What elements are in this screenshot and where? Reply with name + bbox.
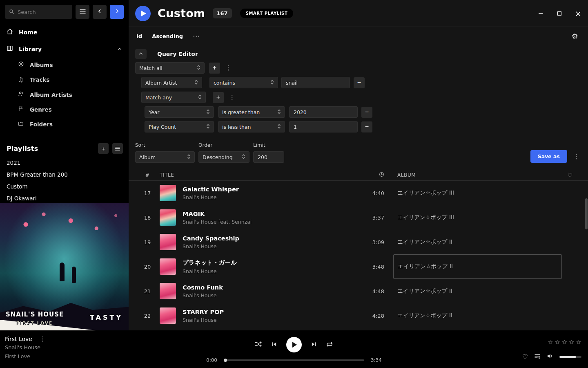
shuffle-button[interactable] — [255, 341, 262, 348]
duration-clock-icon[interactable] — [352, 172, 385, 178]
volume-slider[interactable] — [559, 356, 581, 358]
track-title: Cosmo Funk — [183, 284, 352, 291]
sort-field-button[interactable]: Id — [136, 33, 142, 39]
group-menu-icon[interactable]: ⋮ — [227, 94, 237, 101]
rule-field-select[interactable]: Play Count — [145, 121, 214, 132]
play-pause-button[interactable] — [286, 337, 302, 352]
save-as-button[interactable]: Save as — [530, 150, 567, 163]
select-caret-icon — [194, 79, 198, 86]
match-any-select[interactable]: Match any — [141, 92, 206, 103]
seek-slider[interactable] — [224, 359, 364, 361]
search-box[interactable] — [5, 5, 72, 19]
previous-button[interactable] — [271, 341, 277, 348]
seek-thumb[interactable] — [224, 359, 227, 362]
scrollbar-thumb[interactable] — [585, 198, 588, 229]
table-row[interactable]: 19 Candy Spaceship Snail's House 3:09 エイ… — [129, 230, 588, 254]
order-select[interactable]: Descending — [198, 151, 249, 163]
close-button[interactable]: × — [575, 10, 581, 17]
column-index[interactable]: # — [135, 172, 160, 178]
nav-back-button[interactable] — [93, 5, 107, 19]
favorite-heart-icon[interactable]: ♡ — [522, 353, 528, 361]
table-row[interactable]: 17 Galactic Whisper Snail's House 4:40 エ… — [129, 181, 588, 205]
track-count-badge: 167 — [213, 8, 232, 18]
star-icon[interactable]: ☆ — [562, 339, 567, 346]
sidebar-item-album-artists[interactable]: Album Artists — [0, 87, 129, 102]
save-menu-icon[interactable]: ⋮ — [572, 153, 581, 160]
sidebar-item-library[interactable]: Library — [0, 40, 129, 57]
match-all-select[interactable]: Match all — [135, 62, 205, 74]
repeat-button[interactable] — [326, 341, 333, 349]
next-button[interactable] — [311, 341, 317, 348]
group-menu-icon[interactable]: ⋮ — [224, 64, 233, 72]
gear-icon[interactable]: ⚙ — [572, 32, 578, 40]
flag-icon — [17, 106, 24, 113]
track-artist: Snail's House feat. Sennzai — [183, 219, 352, 225]
rule-operator-select[interactable]: is less than — [218, 121, 285, 132]
sort-select[interactable]: Album — [135, 151, 195, 163]
track-album[interactable]: エイリアン☆ポップ II — [393, 303, 562, 328]
track-album[interactable]: エイリアン☆ポップ II — [393, 279, 562, 303]
more-options-icon[interactable]: ⋯ — [193, 32, 200, 40]
play-icon — [292, 342, 297, 348]
repeat-icon — [326, 341, 333, 349]
track-album[interactable]: エイリアン☆ポップ II — [393, 254, 562, 279]
rule-value-input[interactable] — [281, 77, 350, 88]
track-album[interactable]: エイリアン☆ポップ III — [393, 181, 562, 205]
playlist-options-button[interactable] — [112, 143, 123, 154]
scrollbar[interactable] — [585, 186, 588, 330]
rule-operator-select[interactable]: is greater than — [218, 106, 285, 118]
track-album[interactable]: エイリアン☆ポップ III — [393, 205, 562, 230]
play-playlist-button[interactable] — [135, 6, 151, 21]
star-icon[interactable]: ☆ — [555, 339, 560, 346]
track-index: 21 — [135, 288, 160, 294]
limit-input[interactable] — [253, 151, 284, 163]
maximize-button[interactable] — [556, 10, 563, 17]
disc-icon — [17, 61, 24, 69]
table-row[interactable]: 20 プラネット・ガール Snail's House 3:48 エイリアン☆ポッ… — [129, 254, 588, 279]
collapse-chevron-icon[interactable] — [117, 47, 122, 52]
collapse-query-editor-button[interactable] — [135, 49, 147, 59]
search-input[interactable] — [18, 9, 68, 15]
track-album[interactable]: エイリアン☆ポップ II — [393, 230, 562, 254]
transport-controls — [255, 337, 333, 352]
sidebar-item-folders[interactable]: Folders — [0, 117, 129, 132]
rule-field-select[interactable]: Album Artist — [141, 77, 202, 88]
nav-forward-button[interactable] — [110, 5, 124, 19]
sort-order-button[interactable]: Ascending — [152, 33, 183, 39]
sidebar-item-label: Folders — [30, 121, 53, 128]
app-window: Home Library Albums ♫ Tracks — [0, 0, 588, 368]
add-playlist-button[interactable]: + — [98, 143, 109, 154]
now-playing-menu-icon[interactable]: ⋮ — [38, 335, 47, 343]
remove-rule-button[interactable]: − — [361, 107, 372, 118]
playlist-item[interactable]: Custom — [0, 181, 129, 193]
table-row[interactable]: 22 STARRY POP Snail's House 4:28 エイリアン☆ポ… — [129, 303, 588, 328]
sidebar-item-albums[interactable]: Albums — [0, 57, 129, 72]
star-icon[interactable]: ☆ — [576, 339, 581, 346]
rule-value-input[interactable] — [289, 121, 358, 132]
main-content: Custom 167 SMART PLAYLIST − × Id Ascendi… — [129, 0, 588, 330]
column-title[interactable]: TITLE — [160, 172, 352, 178]
rule-value-input[interactable] — [289, 106, 358, 118]
remove-rule-button[interactable]: − — [361, 121, 372, 132]
playlist-item[interactable]: BPM Greater than 200 — [0, 169, 129, 181]
star-icon[interactable]: ☆ — [548, 339, 553, 346]
artwork-figure — [60, 263, 65, 281]
rule-operator-select[interactable]: contains — [209, 77, 278, 88]
menu-button[interactable] — [76, 5, 89, 19]
column-album[interactable]: ALBUM — [385, 172, 562, 178]
playlist-item[interactable]: 2021 — [0, 157, 129, 169]
column-favorite-heart-icon[interactable]: ♡ — [562, 172, 578, 178]
remove-rule-button[interactable]: − — [354, 77, 365, 88]
volume-icon[interactable] — [547, 353, 553, 361]
queue-icon[interactable] — [534, 353, 541, 361]
table-row[interactable]: 18 MAGIK Snail's House feat. Sennzai 3:3… — [129, 205, 588, 230]
sidebar-item-tracks[interactable]: ♫ Tracks — [0, 72, 129, 87]
star-icon[interactable]: ☆ — [569, 339, 574, 346]
add-rule-button[interactable]: + — [209, 63, 220, 74]
rule-field-select[interactable]: Year — [145, 106, 214, 118]
sidebar-item-genres[interactable]: Genres — [0, 102, 129, 117]
sidebar-item-home[interactable]: Home — [0, 24, 129, 40]
minimize-button[interactable]: − — [537, 10, 544, 17]
table-row[interactable]: 21 Cosmo Funk Snail's House 4:48 エイリアン☆ポ… — [129, 279, 588, 303]
add-rule-button[interactable]: + — [213, 92, 224, 103]
